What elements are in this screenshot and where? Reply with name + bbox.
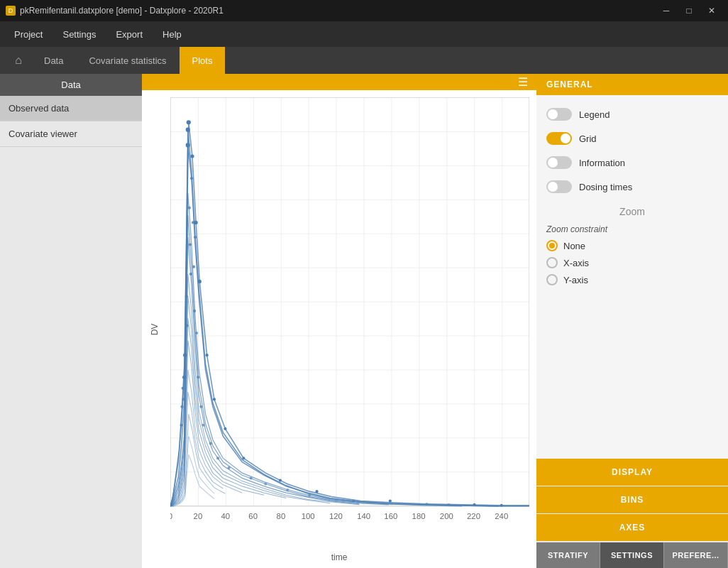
close-button[interactable]: ✕ (701, 0, 722, 21)
bottom-buttons: DISPLAY BINS AXES (536, 459, 728, 542)
svg-text:240: 240 (495, 512, 508, 520)
sidebar-item-observed-data[interactable]: Observed data (0, 96, 142, 121)
minimize-button[interactable]: ─ (656, 0, 677, 21)
svg-point-65 (228, 466, 231, 469)
svg-point-56 (192, 266, 195, 268)
svg-point-32 (182, 376, 186, 379)
svg-point-49 (185, 295, 188, 298)
information-toggle[interactable] (546, 156, 572, 169)
svg-point-29 (186, 143, 190, 148)
radio-row-none: None (546, 237, 718, 254)
legend-toggle[interactable] (546, 108, 572, 121)
title-bar-left: D pkRemifentanil.datxplore [demo] - Datx… (6, 6, 224, 16)
svg-point-62 (202, 424, 204, 427)
svg-text:160: 160 (384, 512, 397, 520)
svg-point-59 (195, 332, 198, 334)
svg-point-55 (192, 222, 194, 224)
svg-text:220: 220 (467, 512, 480, 520)
svg-point-28 (187, 121, 191, 125)
radio-xaxis[interactable] (546, 257, 558, 268)
axes-button[interactable]: AXES (536, 514, 728, 542)
svg-point-58 (194, 236, 197, 239)
svg-point-41 (315, 490, 318, 493)
title-bar-controls: ─ □ ✕ (656, 0, 722, 21)
svg-point-71 (425, 503, 428, 506)
tab-covariate-statistics[interactable]: Covariate statistics (76, 47, 179, 74)
svg-point-31 (183, 354, 187, 357)
sidebar: Data Observed data Covariate viewer (0, 74, 142, 568)
display-button[interactable]: DISPLAY (536, 459, 728, 486)
panel-content: Legend Grid Information Dosing times Zoo… (536, 95, 728, 459)
svg-point-44 (500, 504, 503, 507)
svg-point-64 (216, 457, 219, 460)
radio-row-yaxis: Y-axis (546, 271, 718, 288)
svg-point-66 (250, 477, 253, 480)
information-label: Information (579, 158, 625, 168)
svg-point-34 (194, 221, 198, 224)
tab-data[interactable]: Data (31, 47, 76, 74)
svg-point-67 (264, 483, 267, 486)
chart-area: ☰ DV time 0 20 40 60 80 (142, 74, 536, 568)
maximize-button[interactable]: □ (678, 0, 700, 21)
home-button[interactable]: ⌂ (6, 47, 31, 74)
right-panel: GENERAL Legend Grid Information Dosing t… (536, 74, 728, 568)
toggle-row-information: Information (546, 151, 718, 175)
svg-point-70 (352, 500, 355, 503)
svg-point-63 (209, 442, 212, 445)
svg-point-50 (186, 324, 189, 327)
svg-text:40: 40 (221, 512, 231, 520)
bins-button[interactable]: BINS (536, 486, 728, 514)
radio-none[interactable] (546, 240, 558, 251)
toggle-row-legend: Legend (546, 102, 718, 126)
svg-point-53 (189, 273, 192, 275)
hamburger-icon[interactable]: ☰ (518, 75, 528, 89)
svg-point-61 (199, 405, 202, 408)
svg-point-52 (189, 244, 192, 246)
svg-point-30 (186, 128, 190, 132)
svg-text:100: 100 (302, 512, 315, 520)
svg-point-38 (224, 427, 226, 430)
grid-label: Grid (579, 133, 597, 144)
svg-point-39 (242, 457, 245, 460)
svg-point-37 (213, 398, 216, 401)
footer-tab-preferences[interactable]: PREFERE... (664, 542, 728, 568)
sidebar-item-covariate-viewer[interactable]: Covariate viewer (0, 121, 142, 147)
menu-bar: Project Settings Export Help (0, 21, 728, 47)
dosing-times-label: Dosing times (579, 182, 632, 192)
svg-point-43 (473, 503, 475, 506)
toggle-row-dosing-times: Dosing times (546, 175, 718, 199)
svg-text:0: 0 (170, 512, 172, 520)
dosing-times-toggle[interactable] (546, 180, 572, 193)
svg-text:120: 120 (329, 512, 343, 520)
radio-yaxis-label: Y-axis (563, 275, 588, 285)
title-bar: D pkRemifentanil.datxplore [demo] - Datx… (0, 0, 728, 21)
svg-point-42 (389, 500, 392, 503)
svg-point-46 (180, 405, 183, 408)
menu-export[interactable]: Export (107, 25, 151, 44)
footer-tab-settings[interactable]: SETTINGS (600, 542, 664, 568)
app-icon: D (6, 6, 16, 16)
menu-project[interactable]: Project (6, 25, 51, 44)
main-layout: Data Observed data Covariate viewer ☰ DV… (0, 74, 728, 568)
radio-xaxis-label: X-axis (563, 258, 589, 268)
grid-toggle[interactable] (546, 132, 572, 145)
svg-rect-0 (170, 97, 529, 506)
svg-point-35 (198, 280, 202, 283)
sidebar-header: Data (0, 74, 142, 96)
tab-bar: ⌂ Data Covariate statistics Plots (0, 47, 728, 74)
svg-text:20: 20 (194, 512, 203, 520)
radio-yaxis[interactable] (546, 274, 558, 285)
chart-toolbar: ☰ (142, 74, 536, 90)
svg-text:140: 140 (357, 512, 370, 520)
menu-settings[interactable]: Settings (54, 25, 104, 44)
window-title: pkRemifentanil.datxplore [demo] - Datxpl… (20, 6, 224, 16)
chart-svg: 0 20 40 60 80 100 120 140 160 180 200 22… (170, 97, 529, 540)
toggle-row-grid: Grid (546, 126, 718, 151)
svg-point-51 (188, 207, 191, 209)
chart-container: DV time 0 20 40 60 80 100 120 (142, 90, 536, 568)
menu-help[interactable]: Help (154, 25, 190, 44)
svg-point-68 (286, 488, 289, 491)
svg-point-48 (182, 398, 185, 401)
tab-plots[interactable]: Plots (180, 47, 226, 74)
footer-tab-stratify[interactable]: STRATIFY (536, 542, 600, 568)
